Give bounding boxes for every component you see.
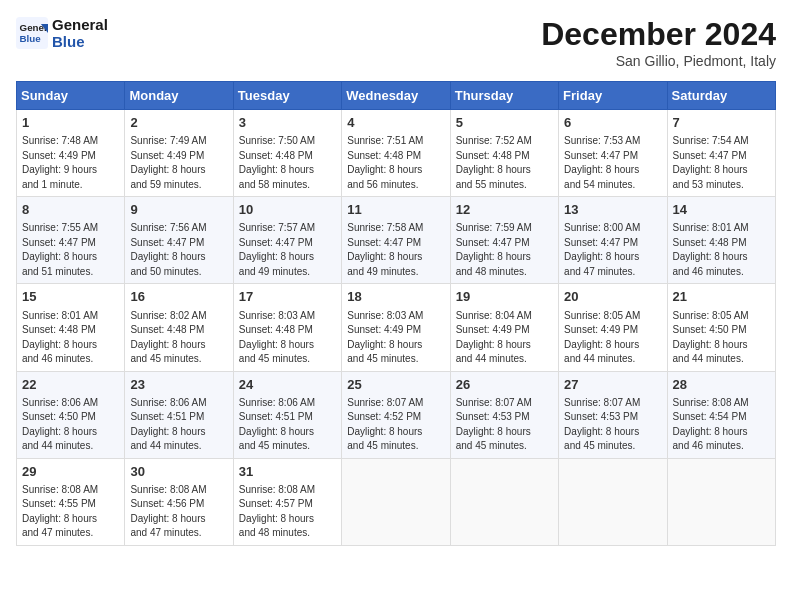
day-number: 13 [564, 201, 661, 219]
day-info: Sunrise: 7:53 AMSunset: 4:47 PMDaylight:… [564, 134, 661, 192]
svg-text:General: General [20, 22, 48, 33]
calendar-table: SundayMondayTuesdayWednesdayThursdayFrid… [16, 81, 776, 546]
calendar-cell: 3Sunrise: 7:50 AMSunset: 4:48 PMDaylight… [233, 110, 341, 197]
calendar-cell: 31Sunrise: 8:08 AMSunset: 4:57 PMDayligh… [233, 458, 341, 545]
day-info: Sunrise: 7:56 AMSunset: 4:47 PMDaylight:… [130, 221, 227, 279]
logo-icon: General Blue [16, 17, 48, 49]
calendar-cell: 18Sunrise: 8:03 AMSunset: 4:49 PMDayligh… [342, 284, 450, 371]
day-info: Sunrise: 8:03 AMSunset: 4:49 PMDaylight:… [347, 309, 444, 367]
day-number: 4 [347, 114, 444, 132]
day-number: 23 [130, 376, 227, 394]
calendar-day-header: Sunday [17, 82, 125, 110]
calendar-cell: 25Sunrise: 8:07 AMSunset: 4:52 PMDayligh… [342, 371, 450, 458]
svg-text:Blue: Blue [20, 33, 42, 44]
location-subtitle: San Gillio, Piedmont, Italy [541, 53, 776, 69]
day-number: 8 [22, 201, 119, 219]
title-block: December 2024 San Gillio, Piedmont, Ital… [541, 16, 776, 69]
calendar-cell: 21Sunrise: 8:05 AMSunset: 4:50 PMDayligh… [667, 284, 775, 371]
calendar-cell [667, 458, 775, 545]
calendar-week-row: 1Sunrise: 7:48 AMSunset: 4:49 PMDaylight… [17, 110, 776, 197]
day-info: Sunrise: 7:59 AMSunset: 4:47 PMDaylight:… [456, 221, 553, 279]
calendar-cell: 28Sunrise: 8:08 AMSunset: 4:54 PMDayligh… [667, 371, 775, 458]
day-number: 16 [130, 288, 227, 306]
logo-text: General Blue [52, 16, 108, 51]
day-info: Sunrise: 7:57 AMSunset: 4:47 PMDaylight:… [239, 221, 336, 279]
day-info: Sunrise: 8:02 AMSunset: 4:48 PMDaylight:… [130, 309, 227, 367]
day-number: 12 [456, 201, 553, 219]
calendar-cell: 11Sunrise: 7:58 AMSunset: 4:47 PMDayligh… [342, 197, 450, 284]
calendar-cell: 1Sunrise: 7:48 AMSunset: 4:49 PMDaylight… [17, 110, 125, 197]
day-number: 31 [239, 463, 336, 481]
day-info: Sunrise: 8:07 AMSunset: 4:53 PMDaylight:… [456, 396, 553, 454]
calendar-cell: 27Sunrise: 8:07 AMSunset: 4:53 PMDayligh… [559, 371, 667, 458]
day-info: Sunrise: 8:03 AMSunset: 4:48 PMDaylight:… [239, 309, 336, 367]
day-number: 2 [130, 114, 227, 132]
calendar-cell: 2Sunrise: 7:49 AMSunset: 4:49 PMDaylight… [125, 110, 233, 197]
calendar-cell: 9Sunrise: 7:56 AMSunset: 4:47 PMDaylight… [125, 197, 233, 284]
day-info: Sunrise: 8:01 AMSunset: 4:48 PMDaylight:… [673, 221, 770, 279]
day-number: 1 [22, 114, 119, 132]
day-info: Sunrise: 7:50 AMSunset: 4:48 PMDaylight:… [239, 134, 336, 192]
day-number: 7 [673, 114, 770, 132]
day-info: Sunrise: 7:52 AMSunset: 4:48 PMDaylight:… [456, 134, 553, 192]
day-info: Sunrise: 8:07 AMSunset: 4:52 PMDaylight:… [347, 396, 444, 454]
calendar-cell [450, 458, 558, 545]
day-info: Sunrise: 8:07 AMSunset: 4:53 PMDaylight:… [564, 396, 661, 454]
day-info: Sunrise: 8:06 AMSunset: 4:51 PMDaylight:… [239, 396, 336, 454]
calendar-day-header: Friday [559, 82, 667, 110]
day-info: Sunrise: 7:49 AMSunset: 4:49 PMDaylight:… [130, 134, 227, 192]
calendar-cell: 10Sunrise: 7:57 AMSunset: 4:47 PMDayligh… [233, 197, 341, 284]
calendar-week-row: 15Sunrise: 8:01 AMSunset: 4:48 PMDayligh… [17, 284, 776, 371]
day-number: 29 [22, 463, 119, 481]
logo: General Blue General Blue [16, 16, 108, 51]
calendar-cell: 13Sunrise: 8:00 AMSunset: 4:47 PMDayligh… [559, 197, 667, 284]
calendar-cell: 16Sunrise: 8:02 AMSunset: 4:48 PMDayligh… [125, 284, 233, 371]
calendar-day-header: Tuesday [233, 82, 341, 110]
day-number: 19 [456, 288, 553, 306]
day-info: Sunrise: 7:51 AMSunset: 4:48 PMDaylight:… [347, 134, 444, 192]
day-number: 25 [347, 376, 444, 394]
day-info: Sunrise: 8:06 AMSunset: 4:50 PMDaylight:… [22, 396, 119, 454]
day-info: Sunrise: 8:01 AMSunset: 4:48 PMDaylight:… [22, 309, 119, 367]
day-number: 27 [564, 376, 661, 394]
day-number: 18 [347, 288, 444, 306]
day-info: Sunrise: 8:04 AMSunset: 4:49 PMDaylight:… [456, 309, 553, 367]
calendar-cell: 14Sunrise: 8:01 AMSunset: 4:48 PMDayligh… [667, 197, 775, 284]
calendar-cell: 17Sunrise: 8:03 AMSunset: 4:48 PMDayligh… [233, 284, 341, 371]
calendar-cell: 15Sunrise: 8:01 AMSunset: 4:48 PMDayligh… [17, 284, 125, 371]
calendar-cell [559, 458, 667, 545]
calendar-week-row: 22Sunrise: 8:06 AMSunset: 4:50 PMDayligh… [17, 371, 776, 458]
day-info: Sunrise: 8:05 AMSunset: 4:50 PMDaylight:… [673, 309, 770, 367]
calendar-cell: 22Sunrise: 8:06 AMSunset: 4:50 PMDayligh… [17, 371, 125, 458]
month-title: December 2024 [541, 16, 776, 53]
calendar-cell: 12Sunrise: 7:59 AMSunset: 4:47 PMDayligh… [450, 197, 558, 284]
calendar-day-header: Monday [125, 82, 233, 110]
calendar-week-row: 29Sunrise: 8:08 AMSunset: 4:55 PMDayligh… [17, 458, 776, 545]
calendar-cell: 7Sunrise: 7:54 AMSunset: 4:47 PMDaylight… [667, 110, 775, 197]
day-number: 15 [22, 288, 119, 306]
calendar-cell: 4Sunrise: 7:51 AMSunset: 4:48 PMDaylight… [342, 110, 450, 197]
calendar-cell: 20Sunrise: 8:05 AMSunset: 4:49 PMDayligh… [559, 284, 667, 371]
calendar-week-row: 8Sunrise: 7:55 AMSunset: 4:47 PMDaylight… [17, 197, 776, 284]
calendar-cell: 30Sunrise: 8:08 AMSunset: 4:56 PMDayligh… [125, 458, 233, 545]
day-info: Sunrise: 8:06 AMSunset: 4:51 PMDaylight:… [130, 396, 227, 454]
calendar-cell [342, 458, 450, 545]
day-number: 26 [456, 376, 553, 394]
calendar-day-header: Thursday [450, 82, 558, 110]
calendar-day-header: Wednesday [342, 82, 450, 110]
day-info: Sunrise: 8:08 AMSunset: 4:55 PMDaylight:… [22, 483, 119, 541]
day-info: Sunrise: 8:05 AMSunset: 4:49 PMDaylight:… [564, 309, 661, 367]
day-number: 17 [239, 288, 336, 306]
day-number: 24 [239, 376, 336, 394]
day-info: Sunrise: 8:08 AMSunset: 4:57 PMDaylight:… [239, 483, 336, 541]
day-number: 30 [130, 463, 227, 481]
day-number: 21 [673, 288, 770, 306]
day-info: Sunrise: 8:00 AMSunset: 4:47 PMDaylight:… [564, 221, 661, 279]
calendar-cell: 23Sunrise: 8:06 AMSunset: 4:51 PMDayligh… [125, 371, 233, 458]
day-info: Sunrise: 8:08 AMSunset: 4:54 PMDaylight:… [673, 396, 770, 454]
page-header: General Blue General Blue December 2024 … [16, 16, 776, 69]
calendar-cell: 6Sunrise: 7:53 AMSunset: 4:47 PMDaylight… [559, 110, 667, 197]
calendar-cell: 24Sunrise: 8:06 AMSunset: 4:51 PMDayligh… [233, 371, 341, 458]
day-number: 3 [239, 114, 336, 132]
calendar-cell: 29Sunrise: 8:08 AMSunset: 4:55 PMDayligh… [17, 458, 125, 545]
